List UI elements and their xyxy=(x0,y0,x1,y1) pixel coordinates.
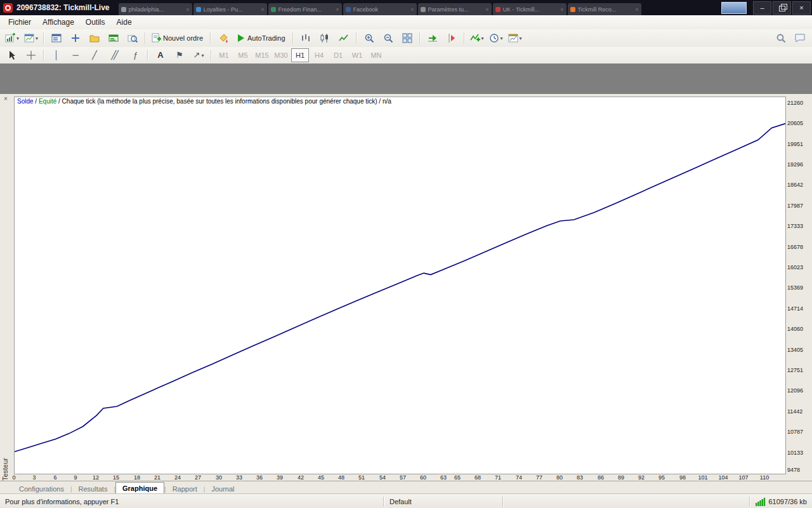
indicators-button[interactable]: ▾ xyxy=(468,30,486,46)
x-tick-label: 9 xyxy=(74,474,77,481)
tab-label: Paramètres tu... xyxy=(428,6,484,13)
titlebar-tab[interactable]: Loyalties - Pu... × xyxy=(193,3,267,15)
tab-favicon xyxy=(196,7,201,12)
tester-graph[interactable]: Solde / Equité / Chaque tick (la méthode… xyxy=(14,97,786,474)
tab-label: UK - Tickmill... xyxy=(503,6,559,13)
menu-fichier[interactable]: Fichier xyxy=(3,16,37,29)
timeframe-h1-button[interactable]: H1 xyxy=(291,48,309,62)
templates-button[interactable]: ▾ xyxy=(506,30,524,46)
y-tick-label: 10787 xyxy=(787,429,803,435)
tester-tab-resultats[interactable]: Resultats xyxy=(72,483,114,494)
arrows-tool-button[interactable]: ↗ ▾ xyxy=(190,48,207,63)
x-tick-label: 107 xyxy=(738,474,748,481)
minimize-button[interactable]: – xyxy=(753,1,771,15)
tab-label: Loyalties - Pu... xyxy=(204,6,259,13)
chevron-down-icon: ▾ xyxy=(481,36,484,41)
tab-favicon xyxy=(570,7,575,12)
trendline-tool-button[interactable]: ╱ xyxy=(86,48,103,63)
tab-close-icon[interactable]: × xyxy=(186,6,189,13)
x-tick-label: 15 xyxy=(113,474,119,481)
y-tick-label: 15369 xyxy=(787,284,803,291)
timeframe-d1-button[interactable]: D1 xyxy=(329,48,347,62)
strategy-tester-button[interactable] xyxy=(124,30,141,46)
menu-aide[interactable]: Aide xyxy=(111,16,138,29)
chart-styles-button[interactable] xyxy=(214,30,232,46)
channel-tool-button[interactable]: ╱╱ xyxy=(105,48,125,63)
tester-tab-configurations[interactable]: Configurations xyxy=(13,483,70,494)
tester-caption: Testeur xyxy=(0,436,10,481)
window-title: 2096738832: Tickmill-Live xyxy=(16,3,110,12)
profiles-button[interactable]: ▾ xyxy=(22,30,40,46)
text-tool-button[interactable]: A xyxy=(152,48,169,63)
tab-close-icon[interactable]: × xyxy=(485,6,488,13)
bar-chart-button[interactable] xyxy=(297,30,315,46)
tile-windows-button[interactable] xyxy=(398,30,416,46)
title-bar: 2096738832: Tickmill-Live philadelphia..… xyxy=(0,0,812,15)
tab-close-icon[interactable]: × xyxy=(635,6,638,13)
bar-chart-icon xyxy=(301,33,311,43)
search-button[interactable] xyxy=(772,30,790,46)
timeframe-m1-button[interactable]: M1 xyxy=(215,48,233,62)
tab-label: Facebook xyxy=(353,6,409,13)
menu-affichage[interactable]: Affichage xyxy=(37,16,80,29)
tab-close-icon[interactable]: × xyxy=(336,6,339,13)
auto-scroll-button[interactable] xyxy=(424,30,442,46)
titlebar-tab[interactable]: UK - Tickmill... × xyxy=(493,3,566,15)
tab-close-icon[interactable]: × xyxy=(560,6,563,13)
candlestick-button[interactable] xyxy=(316,30,334,46)
text-label-tool-button[interactable]: ⚑ xyxy=(171,48,188,63)
terminal-button[interactable] xyxy=(105,30,122,46)
paint-bucket-icon xyxy=(218,33,228,43)
crosshair-tool-button[interactable] xyxy=(22,48,40,63)
menu-outils[interactable]: Outils xyxy=(80,16,111,29)
y-axis-labels: 2126020605199511929618642179871733316678… xyxy=(787,97,812,473)
restore-button[interactable] xyxy=(773,1,791,15)
tab-favicon xyxy=(495,7,501,12)
periods-button[interactable]: ▾ xyxy=(487,30,505,46)
titlebar-tab[interactable]: Freedom Finan... × xyxy=(268,3,342,15)
timeframe-h4-button[interactable]: H4 xyxy=(310,48,328,62)
titlebar-tab[interactable]: Paramètres tu... × xyxy=(418,3,492,15)
tester-tab-journal[interactable]: Journal xyxy=(205,483,240,494)
timeframe-m5-button[interactable]: M5 xyxy=(234,48,252,62)
status-help-text: Pour plus d'informations, appuyer F1 xyxy=(0,494,383,508)
vertical-line-tool-button[interactable]: │ xyxy=(48,48,65,63)
fibonacci-tool-button[interactable]: ƒ xyxy=(126,48,144,63)
x-tick-label: 24 xyxy=(174,474,181,481)
zoom-in-button[interactable] xyxy=(360,30,378,46)
cursor-tool-button[interactable] xyxy=(3,48,21,63)
new-order-button[interactable]: Nouvel ordre xyxy=(149,30,207,46)
tab-close-icon[interactable]: × xyxy=(410,6,414,13)
status-profile[interactable]: Default xyxy=(384,494,502,508)
timeframe-m30-button[interactable]: M30 xyxy=(272,48,290,62)
community-chat-button[interactable] xyxy=(791,30,809,46)
chart-shift-button[interactable] xyxy=(443,30,461,46)
new-chart-button[interactable]: ▾ xyxy=(3,30,21,46)
titlebar-tab[interactable]: Facebook × xyxy=(343,3,417,15)
titlebar-tab[interactable]: Tickmill Reco... × xyxy=(568,3,641,15)
tester-tab-rapport[interactable]: Rapport xyxy=(166,483,204,494)
close-button[interactable]: × xyxy=(792,1,811,15)
tester-tab-graphique[interactable]: Graphique xyxy=(115,482,164,493)
timeframe-w1-button[interactable]: W1 xyxy=(348,48,366,62)
toolbar-separator xyxy=(145,32,146,44)
tab-close-icon[interactable]: × xyxy=(261,6,264,13)
toolbar-separator xyxy=(419,32,421,44)
autotrading-button[interactable]: AutoTrading xyxy=(233,30,289,46)
zoom-out-button[interactable] xyxy=(379,30,397,46)
candlestick-icon xyxy=(320,33,330,43)
timeframe-mn-button[interactable]: MN xyxy=(367,48,385,62)
tester-close-button[interactable]: × xyxy=(2,95,10,103)
menu-bar: Fichier Affichage Outils Aide xyxy=(0,15,812,30)
titlebar-tab[interactable]: philadelphia... × xyxy=(119,3,192,15)
standard-toolbar: ▾ ▾ Nouvel ordre AutoTrading xyxy=(0,29,812,48)
x-tick-label: 27 xyxy=(195,474,201,481)
horizontal-line-tool-button[interactable]: ─ xyxy=(67,48,84,63)
y-tick-label: 18642 xyxy=(787,182,803,188)
timeframe-m15-button[interactable]: M15 xyxy=(253,48,271,62)
toolbar-separator xyxy=(211,50,212,61)
line-chart-button[interactable] xyxy=(335,30,353,46)
market-watch-button[interactable] xyxy=(48,30,65,46)
data-window-button[interactable] xyxy=(67,30,84,46)
navigator-button[interactable] xyxy=(86,30,103,46)
